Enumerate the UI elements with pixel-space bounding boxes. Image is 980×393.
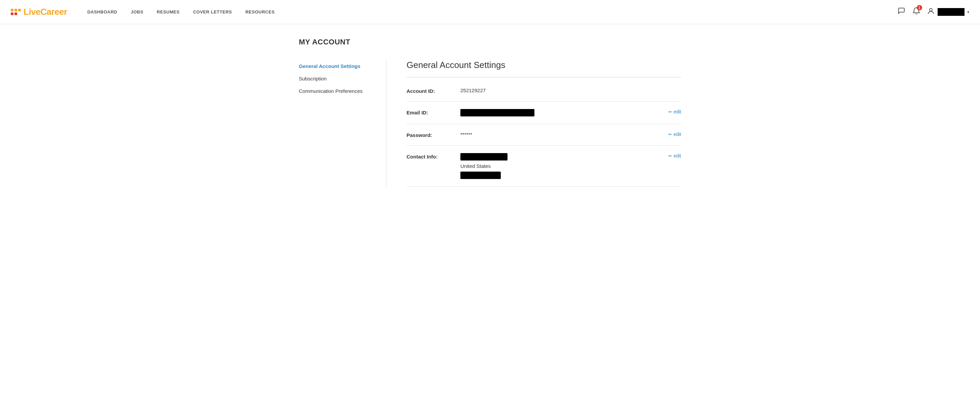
settings-section-title: General Account Settings [407,60,681,70]
sidebar: General Account Settings Subscription Co… [299,60,387,187]
logo-dot-2 [14,9,17,11]
logo-dot-6 [18,13,21,15]
sidebar-item-communication[interactable]: Communication Preferences [299,85,372,97]
pencil-icon: ✏ [668,109,672,115]
svg-point-0 [929,8,932,11]
password-row: Password: ****** ✏ edit [407,124,681,146]
logo-dot-4 [11,13,13,15]
password-value: ****** [460,132,654,137]
contact-info-row: Contact Info: United States ✏ edit [407,146,681,187]
user-name-box [938,8,964,16]
pencil-icon-password: ✏ [668,132,672,137]
email-id-value [460,109,654,116]
logo[interactable]: LiveCareer [11,7,67,17]
password-label: Password: [407,132,460,138]
account-id-label: Account ID: [407,88,460,94]
contact-actions: ✏ edit [654,153,681,159]
email-actions: ✏ edit [654,109,681,115]
logo-text: LiveCareer [24,7,67,17]
logo-dot-5 [14,13,17,15]
account-id-row: Account ID: 252129227 [407,80,681,102]
email-edit-link[interactable]: ✏ edit [654,109,681,115]
account-id-value: 252129227 [460,88,654,93]
main-nav: DASHBOARD JOBS RESUMES COVER LETTERS RES… [87,10,898,14]
nav-resources[interactable]: RESOURCES [245,10,275,14]
nav-resumes[interactable]: RESUMES [157,10,180,14]
notification-badge: 1 [917,5,922,10]
contact-extra-redacted [460,172,501,179]
email-edit-label: edit [673,109,681,115]
sidebar-item-general[interactable]: General Account Settings [299,60,372,72]
contact-info-label: Contact Info: [407,153,460,159]
logo-dot-1 [11,9,13,11]
password-edit-label: edit [673,132,681,137]
chevron-down-icon: ▾ [967,10,969,14]
contact-edit-link[interactable]: ✏ edit [654,153,681,159]
email-redacted [460,109,535,116]
settings-area: General Account Settings Account ID: 252… [387,60,681,187]
chat-icon[interactable] [898,7,906,16]
email-id-label: Email ID: [407,109,460,115]
logo-dots [11,9,21,15]
notification-bell-icon[interactable]: 1 [913,7,920,17]
content-layout: General Account Settings Subscription Co… [299,60,681,187]
contact-name-redacted [460,153,508,161]
contact-info-value: United States [460,153,654,179]
nav-cover-letters[interactable]: COVER LETTERS [193,10,232,14]
password-edit-link[interactable]: ✏ edit [654,132,681,137]
user-menu[interactable]: ▾ [927,7,969,17]
nav-jobs[interactable]: JOBS [130,10,143,14]
main-content: MY ACCOUNT General Account Settings Subs… [288,24,692,200]
logo-dot-3 [18,9,21,11]
contact-country: United States [460,163,654,169]
nav-right: 1 ▾ [898,7,969,17]
contact-edit-label: edit [673,153,681,159]
sidebar-item-subscription[interactable]: Subscription [299,72,372,85]
pencil-icon-contact: ✏ [668,153,672,159]
password-actions: ✏ edit [654,132,681,137]
email-id-row: Email ID: ✏ edit [407,102,681,124]
page-title: MY ACCOUNT [299,38,681,46]
main-header: LiveCareer DASHBOARD JOBS RESUMES COVER … [0,0,980,24]
nav-dashboard[interactable]: DASHBOARD [87,10,117,14]
user-avatar-icon [927,7,935,17]
